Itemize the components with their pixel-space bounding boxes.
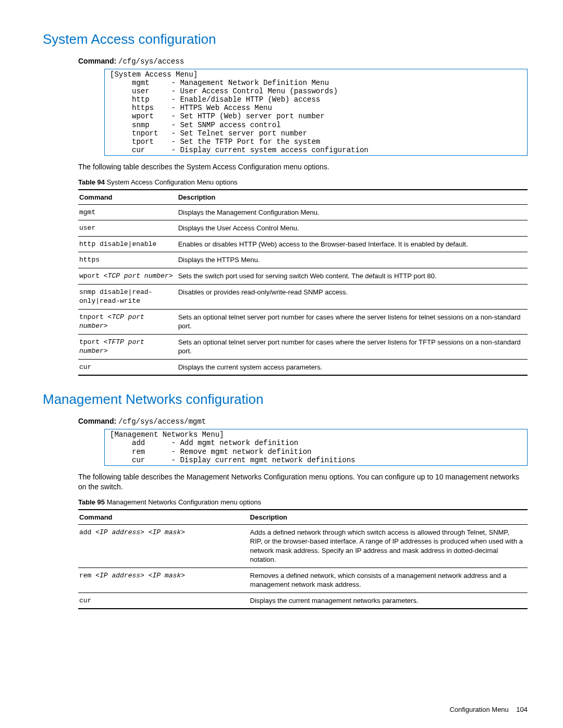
cmd-cell: http disable|enable bbox=[78, 236, 177, 252]
table-caption-95: Table 95 Management Networks Configurati… bbox=[78, 498, 528, 506]
desc-cell: Displays the Management Configuration Me… bbox=[177, 204, 528, 220]
desc-cell: Sets the switch port used for serving sw… bbox=[177, 268, 528, 285]
table-row: add <IP address> <IP mask>Adds a defined… bbox=[78, 524, 528, 567]
table-header-description: Description bbox=[177, 190, 528, 205]
desc-cell: Displays the current system access param… bbox=[177, 359, 528, 375]
table-row: tport <TFTP port number>Sets an optional… bbox=[78, 334, 528, 359]
footer-section: Configuration Menu bbox=[449, 706, 508, 713]
command-line-2: Command: /cfg/sys/access/mgmt bbox=[78, 417, 528, 426]
desc-cell: Enables or disables HTTP (Web) access to… bbox=[177, 236, 528, 252]
cmd-cell: add <IP address> <IP mask> bbox=[78, 524, 249, 567]
desc-cell: Disables or provides read-only/write-rea… bbox=[177, 284, 528, 309]
desc-cell: Sets an optional telnet server port numb… bbox=[177, 309, 528, 334]
code-box-mgmt-networks: [Management Networks Menu] add - Add mgm… bbox=[104, 429, 528, 465]
table-caption-94: Table 94 System Access Configuration Men… bbox=[78, 178, 528, 186]
table-header-command: Command bbox=[78, 510, 249, 525]
table-row: curDisplays the current management netwo… bbox=[78, 593, 528, 609]
table-row: rem <IP address> <IP mask>Removes a defi… bbox=[78, 567, 528, 593]
table-header-command: Command bbox=[78, 190, 177, 205]
desc-cell: Removes a defined network, which consist… bbox=[249, 567, 528, 593]
code-box-system-access: [System Access Menu] mgmt - Management N… bbox=[104, 69, 528, 156]
table-94: Command Description mgmtDisplays the Man… bbox=[78, 189, 528, 376]
command-label: Command: bbox=[78, 417, 116, 425]
table-row: snmp disable|read-only|read-writeDisable… bbox=[78, 284, 528, 309]
cmd-cell: user bbox=[78, 220, 177, 237]
desc-cell: Displays the HTTPS Menu. bbox=[177, 252, 528, 268]
table-title: System Access Configuration Menu options bbox=[107, 178, 238, 186]
table-row: tnport <TCP port number>Sets an optional… bbox=[78, 309, 528, 334]
cmd-cell: rem <IP address> <IP mask> bbox=[78, 567, 249, 593]
table-95: Command Description add <IP address> <IP… bbox=[78, 509, 528, 610]
desc-cell: Displays the User Access Control Menu. bbox=[177, 220, 528, 237]
cmd-cell: mgmt bbox=[78, 204, 177, 220]
table-row: wport <TCP port number>Sets the switch p… bbox=[78, 268, 528, 285]
table-title: Management Networks Configuration menu o… bbox=[107, 498, 261, 506]
cmd-cell: wport <TCP port number> bbox=[78, 268, 177, 285]
section-heading-access: System Access configuration bbox=[43, 31, 528, 47]
command-path: /cfg/sys/access/mgmt bbox=[118, 417, 206, 426]
table-label: Table 95 bbox=[78, 498, 105, 506]
table-header-description: Description bbox=[249, 510, 528, 525]
section-heading-mgmt: Management Networks configuration bbox=[43, 391, 528, 408]
cmd-cell: cur bbox=[78, 593, 249, 609]
cmd-cell: https bbox=[78, 252, 177, 268]
table-label: Table 94 bbox=[78, 178, 105, 186]
page-footer: Configuration Menu 104 bbox=[449, 706, 528, 713]
desc-cell: Adds a defined network through which swi… bbox=[249, 524, 528, 567]
footer-page: 104 bbox=[516, 706, 528, 713]
command-line-1: Command: /cfg/sys/access bbox=[78, 57, 528, 66]
table-row: userDisplays the User Access Control Men… bbox=[78, 220, 528, 237]
intro-para-2: The following table describes the Manage… bbox=[78, 472, 528, 492]
cmd-cell: snmp disable|read-only|read-write bbox=[78, 284, 177, 309]
cmd-cell: tnport <TCP port number> bbox=[78, 309, 177, 334]
intro-para-1: The following table describes the System… bbox=[78, 162, 528, 172]
table-row: http disable|enableEnables or disables H… bbox=[78, 236, 528, 252]
desc-cell: Displays the current management networks… bbox=[249, 593, 528, 609]
cmd-cell: tport <TFTP port number> bbox=[78, 334, 177, 359]
command-path: /cfg/sys/access bbox=[118, 57, 184, 66]
table-row: mgmtDisplays the Management Configuratio… bbox=[78, 204, 528, 220]
table-row: curDisplays the current system access pa… bbox=[78, 359, 528, 375]
command-label: Command: bbox=[78, 57, 116, 65]
cmd-cell: cur bbox=[78, 359, 177, 375]
table-row: httpsDisplays the HTTPS Menu. bbox=[78, 252, 528, 268]
desc-cell: Sets an optional telnet server port numb… bbox=[177, 334, 528, 359]
